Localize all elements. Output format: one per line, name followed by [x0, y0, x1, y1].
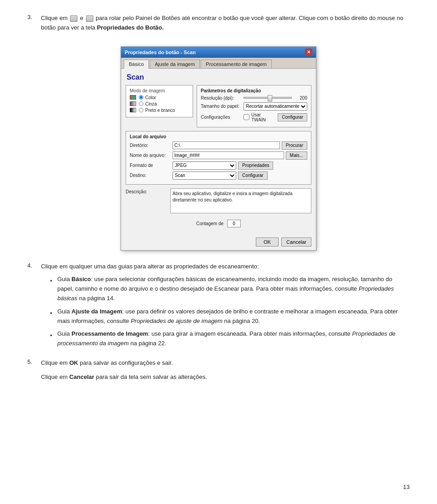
destination-row: Destino: Scan Configurar: [130, 171, 307, 180]
count-input[interactable]: [227, 220, 241, 227]
config-label: Configurações: [201, 115, 242, 120]
use-twain-checkbox[interactable]: [244, 114, 249, 120]
step-3-number: 3.: [27, 14, 36, 37]
gray-label: Cinza: [145, 101, 157, 106]
image-mode-label: Modo de imagem: [130, 88, 189, 93]
down-arrow-icon: [86, 15, 93, 22]
step-4-content: Clique em qualquer uma das guias para al…: [41, 262, 410, 352]
dialog-container: Propriedades do botão - Scan ✕ Básico Aj…: [27, 46, 410, 251]
ajuste-bold: Ajuste da Imagem: [71, 308, 122, 315]
filename-input[interactable]: [173, 151, 284, 159]
dialog-body: Scan Modo de imagem Color: [121, 69, 316, 236]
bw-radio[interactable]: [139, 108, 143, 112]
bullet-ajuste: • Guia Ajuste da Imagem: use para defini…: [50, 307, 410, 326]
format-row: Formato de JPEG Propriedades: [130, 161, 307, 170]
bullet-processamento-text: Guia Processamento de Imagem: use para g…: [57, 329, 410, 348]
cancel-button[interactable]: Cancelar: [281, 237, 311, 247]
step-4: 4. Clique em qualquer uma das guias para…: [27, 262, 410, 352]
ajuste-italic: Propriedades de ajuste de imagem: [131, 318, 223, 324]
properties-dialog: Propriedades do botão - Scan ✕ Básico Aj…: [121, 46, 316, 251]
resolution-slider-track: [244, 97, 292, 99]
bullet-dot-2: •: [50, 309, 54, 326]
count-label: Contagem de: [196, 221, 224, 226]
configure-button-2[interactable]: Configurar: [238, 171, 268, 180]
destination-select[interactable]: Scan: [173, 171, 236, 180]
color-radio-row: Color: [130, 95, 189, 100]
tab-ajuste[interactable]: Ajuste da imagem: [150, 60, 200, 68]
basico-bold: Básico: [71, 276, 91, 282]
up-arrow-icon: [70, 15, 77, 22]
browse-button[interactable]: Procurar: [282, 141, 307, 150]
bw-swatch-icon: [130, 108, 136, 112]
paper-size-label: Tamanho do papel:: [201, 104, 242, 109]
step-4-number: 4.: [27, 262, 36, 352]
description-text: Abra seu aplicativo, digitalize e insira…: [170, 188, 311, 213]
resolution-value: 200: [294, 96, 307, 101]
cancelar-bold: Cancelar: [69, 373, 94, 380]
scan-label: Scan: [126, 73, 311, 81]
directory-input[interactable]: [173, 141, 280, 149]
step-3: 3. Clique em e para rolar pelo Painel de…: [27, 14, 410, 37]
dialog-title: Propriedades do botão - Scan: [125, 50, 196, 55]
dialog-footer: OK Cancelar: [121, 236, 316, 250]
step-5: 5. Clique em OK para salvar as configura…: [27, 358, 410, 387]
image-mode-section: Modo de imagem Color Cinza: [126, 85, 193, 117]
file-location-section: Local do arquivo Diretório: Procurar Nom…: [126, 131, 311, 185]
bullet-processamento: • Guia Processamento de Imagem: use para…: [50, 329, 410, 348]
color-swatch-icon: [130, 95, 136, 100]
directory-row: Diretório: Procurar: [130, 141, 307, 150]
color-label: Color: [145, 95, 156, 100]
bw-radio-row: Preto e branco: [130, 108, 189, 113]
directory-label: Diretório:: [130, 143, 171, 148]
paper-size-select[interactable]: Recortar automaticamente e Remover: [244, 102, 307, 111]
right-panel: Parâmetros de digitalização Resolução (d…: [197, 85, 311, 131]
more-button[interactable]: Mais...: [286, 151, 307, 160]
gray-swatch-icon: [130, 101, 136, 106]
dialog-tabs: Básico Ajuste da imagem Processamento de…: [121, 58, 316, 69]
dialog-content-row: Modo de imagem Color Cinza: [126, 85, 311, 131]
bw-label: Preto e branco: [145, 108, 175, 113]
resolution-slider-thumb[interactable]: [268, 95, 272, 101]
destination-label: Destino:: [130, 173, 171, 178]
description-label: Descrição:: [126, 188, 167, 194]
step-4-bullets: • Guia Básico: use para selecionar confi…: [41, 275, 410, 348]
paper-size-row: Tamanho do papel: Recortar automaticamen…: [201, 102, 307, 111]
gray-radio[interactable]: [139, 101, 143, 106]
step-3-text: Clique em e para rolar pelo Painel de Bo…: [41, 14, 410, 33]
bullet-basico-text: Guia Básico: use para selecionar configu…: [57, 275, 410, 303]
step-5-text2: Clique em Cancelar para sair da tela sem…: [41, 373, 207, 382]
file-location-title: Local do arquivo: [130, 134, 307, 139]
configure-button[interactable]: Configurar: [278, 113, 307, 121]
step-3-bold: Propriedades do Botão.: [97, 24, 164, 31]
color-radio[interactable]: [139, 95, 143, 100]
config-row: Configurações Usar TWAIN Configurar: [201, 112, 307, 122]
ok-button[interactable]: OK: [256, 237, 279, 247]
tab-basico[interactable]: Básico: [124, 60, 149, 69]
dialog-close-button[interactable]: ✕: [305, 49, 312, 56]
bullet-basico: • Guia Básico: use para selecionar confi…: [50, 275, 410, 303]
format-label: Formato de: [130, 163, 171, 168]
properties-button[interactable]: Propriedades: [238, 161, 273, 170]
gray-radio-row: Cinza: [130, 101, 189, 106]
basico-italic: Propriedades básicas: [57, 285, 394, 302]
resolution-slider-container: [244, 97, 292, 99]
filename-label: Nome do arquivo:: [130, 153, 171, 158]
step-5-text1: Clique em OK para salvar as configuraçõe…: [41, 358, 207, 368]
step-4-intro: Clique em qualquer uma das guias para al…: [41, 262, 410, 272]
filename-row: Nome do arquivo: Mais...: [130, 151, 307, 160]
ok-bold: OK: [69, 359, 78, 366]
params-section: Parâmetros de digitalização Resolução (d…: [197, 85, 311, 127]
twain-check-row: Usar TWAIN: [244, 112, 276, 122]
count-row: Contagem de: [126, 220, 311, 227]
params-title: Parâmetros de digitalização: [201, 88, 307, 93]
format-select[interactable]: JPEG: [173, 161, 236, 170]
step-5-number: 5.: [27, 358, 36, 387]
resolution-label: Resolução (dpi):: [201, 96, 242, 101]
page-number: 13: [403, 484, 410, 490]
dialog-titlebar: Propriedades do botão - Scan ✕: [121, 47, 316, 58]
resolution-row: Resolução (dpi): 200: [201, 96, 307, 101]
bullet-ajuste-text: Guia Ajuste da Imagem: use para definir …: [57, 307, 410, 326]
tab-processamento[interactable]: Processamento de imagem: [201, 60, 272, 68]
step-5-content: Clique em OK para salvar as configuraçõe…: [41, 358, 207, 387]
processamento-bold: Processamento de Imagem: [71, 330, 148, 337]
